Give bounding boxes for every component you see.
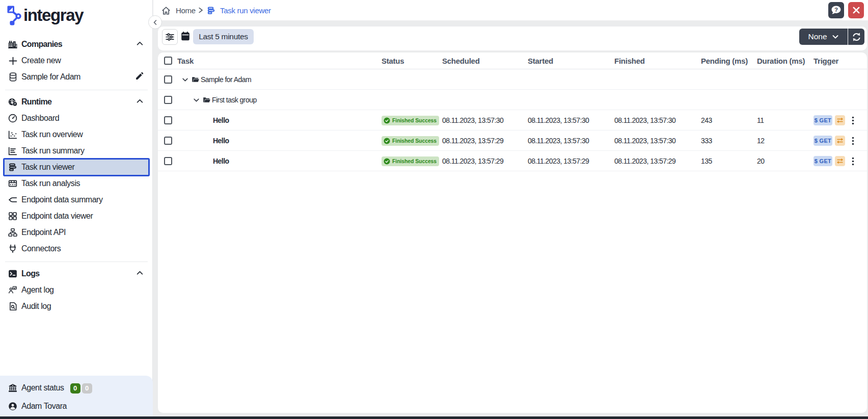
svg-text:?: ? (834, 7, 838, 13)
